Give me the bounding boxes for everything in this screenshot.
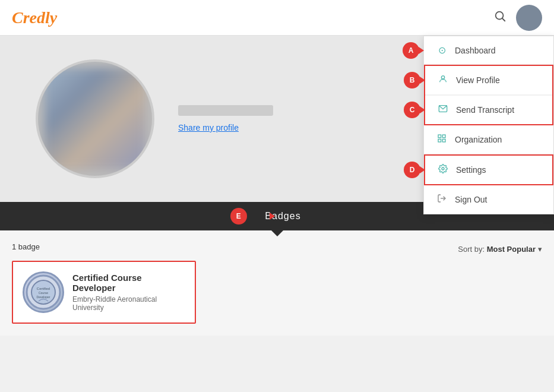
sort-value: Most Popular bbox=[487, 245, 536, 254]
menu-item-organization[interactable]: Organization bbox=[424, 125, 553, 154]
svg-point-2 bbox=[441, 76, 444, 79]
annotation-badge-d: D bbox=[404, 162, 420, 178]
svg-text:Course: Course bbox=[39, 291, 48, 295]
badges-section-arrow bbox=[271, 230, 283, 236]
svg-point-8 bbox=[442, 167, 444, 170]
annotation-badge-a: A bbox=[403, 42, 419, 59]
view-profile-label: View Profile bbox=[456, 75, 500, 85]
svg-text:Certified: Certified bbox=[37, 287, 50, 290]
sign-out-label: Sign Out bbox=[455, 195, 487, 204]
badge-card[interactable]: Certified Course Developer Certified Cou… bbox=[12, 261, 196, 324]
badge-details: Certified Course Developer Embry-Riddle … bbox=[72, 273, 185, 312]
menu-item-settings[interactable]: D Settings bbox=[425, 156, 552, 184]
badge-list-area: 1 badge Certified Course Developer Certi… bbox=[0, 230, 554, 336]
svg-text:Developer: Developer bbox=[37, 295, 50, 299]
svg-rect-5 bbox=[442, 135, 445, 138]
sort-chevron-icon[interactable]: ▾ bbox=[538, 245, 542, 254]
search-button[interactable] bbox=[493, 10, 506, 26]
settings-icon bbox=[437, 164, 449, 176]
settings-label: Settings bbox=[456, 165, 486, 175]
header-right bbox=[493, 5, 542, 31]
annotation-badge-b: B bbox=[404, 72, 420, 88]
organization-label: Organization bbox=[455, 135, 502, 144]
profile-photo-blur bbox=[45, 68, 145, 169]
view-profile-icon bbox=[437, 74, 449, 86]
highlighted-group-bc: B View Profile C Send Transcript bbox=[424, 65, 553, 125]
profile-photo bbox=[36, 59, 154, 178]
highlighted-group-d: D Settings bbox=[424, 154, 553, 185]
header: Credly bbox=[0, 0, 554, 36]
annotation-arrow-e bbox=[270, 213, 275, 220]
user-avatar-button[interactable] bbox=[516, 5, 542, 31]
organization-icon bbox=[436, 134, 448, 146]
profile-name-placeholder bbox=[178, 105, 273, 116]
badge-icon: Certified Course Developer bbox=[23, 271, 64, 313]
badge-issuer: Embry-Riddle Aeronautical University bbox=[72, 295, 185, 312]
sort-label: Sort by: bbox=[458, 245, 485, 254]
menu-item-send-transcript[interactable]: C Send Transcript bbox=[425, 95, 552, 124]
dashboard-icon: ⊙ bbox=[436, 45, 448, 56]
svg-rect-7 bbox=[442, 139, 445, 142]
credly-logo: Credly bbox=[12, 8, 57, 27]
svg-point-0 bbox=[496, 12, 504, 20]
sort-bar: Sort by: Most Popular ▾ bbox=[208, 242, 542, 254]
annotation-badge-e: E bbox=[230, 208, 247, 225]
share-profile-link[interactable]: Share my profile bbox=[178, 123, 273, 132]
sign-out-icon bbox=[436, 194, 448, 206]
annotation-badge-c: C bbox=[404, 102, 420, 118]
badge-count: 1 badge bbox=[12, 242, 196, 251]
menu-item-dashboard[interactable]: A ⊙ Dashboard bbox=[424, 36, 553, 65]
profile-info: Share my profile bbox=[178, 105, 273, 132]
svg-line-1 bbox=[502, 18, 505, 21]
svg-rect-6 bbox=[438, 139, 441, 142]
badge-name: Certified Course Developer bbox=[72, 273, 185, 293]
user-dropdown-menu: A ⊙ Dashboard B View Profile C Send Tran… bbox=[423, 36, 554, 214]
menu-item-view-profile[interactable]: B View Profile bbox=[425, 66, 552, 95]
send-transcript-icon bbox=[437, 104, 449, 116]
dashboard-label: Dashboard bbox=[455, 46, 496, 55]
badge-inner: Certified Course Developer Certified Cou… bbox=[23, 271, 185, 313]
menu-item-sign-out[interactable]: Sign Out bbox=[424, 185, 553, 214]
send-transcript-label: Send Transcript bbox=[456, 105, 514, 115]
svg-rect-4 bbox=[438, 135, 441, 138]
